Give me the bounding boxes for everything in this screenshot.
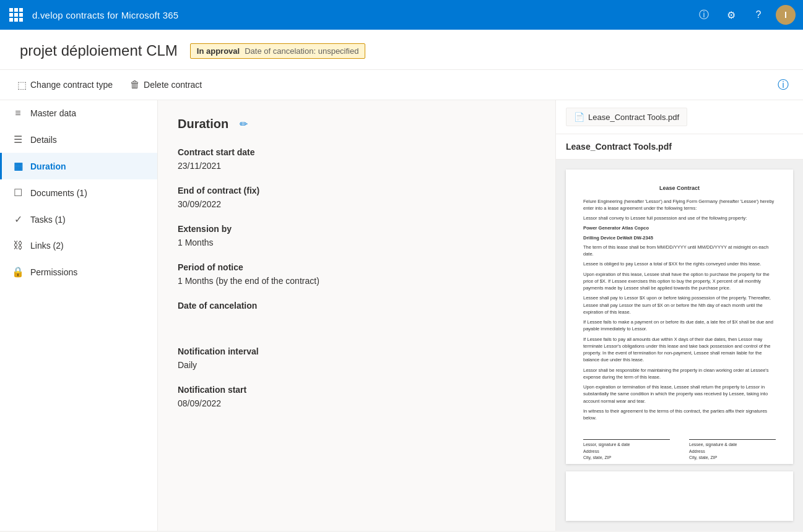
brand-primary: d.velop <box>32 10 63 20</box>
field-value: 1 Months (by the end of the contract) <box>178 276 536 286</box>
topbar: d.velop contracts for Microsoft 365 ⓘ ⚙ … <box>0 0 803 30</box>
sidebar: ≡ Master data ☰ Details ▦ Duration ☐ Doc… <box>0 100 158 531</box>
page-title: projet déploiement CLM <box>20 42 178 59</box>
field-extension-by: Extension by 1 Months <box>178 224 536 247</box>
question-icon[interactable]: ? <box>749 5 768 25</box>
change-type-icon: ⬚ <box>17 79 27 91</box>
sig-left: Lessor, signature & date Address City, s… <box>583 431 670 461</box>
documents-icon: ☐ <box>12 187 24 199</box>
field-date-of-cancelation: Date of cancelation <box>178 301 536 332</box>
section-header: Duration ✏ <box>178 115 536 132</box>
field-value: 1 Months <box>178 238 536 247</box>
brand-secondary: contracts for Microsoft 365 <box>63 10 179 20</box>
help-info-icon[interactable]: ⓘ <box>694 5 714 25</box>
pdf-line-10: Lessor shall be responsible for maintain… <box>583 367 776 381</box>
field-end-of-contract: End of contract (fix) 30/09/2022 <box>178 186 536 209</box>
pdf-line-8: If Lessee fails to make a payment on or … <box>583 319 776 333</box>
sig-right-label: Lessee, signature & date <box>689 442 776 448</box>
sig-right-city: City, state, ZIP <box>689 455 776 461</box>
settings-icon[interactable]: ⚙ <box>721 5 741 25</box>
field-period-of-notice: Period of notice 1 Months (by the end of… <box>178 262 536 286</box>
pdf-tab-bar: 📄 Lease_Contract Tools.pdf <box>556 100 803 134</box>
sidebar-item-label: Links (2) <box>30 241 64 251</box>
sidebar-item-label: Documents (1) <box>30 188 87 198</box>
waffle-icon <box>9 8 23 22</box>
pdf-line-4: The term of this lease shall be from MM/… <box>583 244 776 258</box>
field-label: Contract start date <box>178 147 536 157</box>
main-layout: ≡ Master data ☰ Details ▦ Duration ☐ Doc… <box>0 100 803 531</box>
pdf-line-11: Upon expiration or termination of this l… <box>583 384 776 405</box>
sig-right-address: Address <box>689 448 776 455</box>
pdf-line-5: Lessee is obliged to pay Lessor a total … <box>583 260 776 267</box>
field-label: Period of notice <box>178 262 536 272</box>
sidebar-item-tasks[interactable]: ✓ Tasks (1) <box>0 206 157 233</box>
field-label: Notification interval <box>178 346 536 356</box>
waffle-menu[interactable] <box>7 6 25 24</box>
app-brand: d.velop contracts for Microsoft 365 <box>32 10 178 20</box>
sidebar-item-details[interactable]: ☰ Details <box>0 126 157 153</box>
field-label: End of contract (fix) <box>178 186 536 195</box>
sidebar-item-permissions[interactable]: 🔒 Permissions <box>0 259 157 285</box>
status-date: Date of cancelation: unspecified <box>245 46 358 56</box>
field-value: 30/09/2022 <box>178 199 536 209</box>
user-avatar[interactable]: I <box>776 5 796 25</box>
duration-icon: ▦ <box>12 160 24 172</box>
field-value: 23/11/2021 <box>178 161 536 171</box>
status-badge: In approval Date of cancelation: unspeci… <box>190 43 366 59</box>
field-label: Date of cancelation <box>178 301 536 311</box>
field-notification-interval: Notification interval Daily <box>178 346 536 370</box>
sidebar-item-label: Master data <box>30 108 76 118</box>
edit-duration-button[interactable]: ✏ <box>235 115 252 132</box>
pdf-line-0: Felure Engineering (hereafter 'Lessor') … <box>583 198 776 212</box>
sidebar-item-label: Tasks (1) <box>30 215 66 225</box>
pdf-tab[interactable]: 📄 Lease_Contract Tools.pdf <box>566 108 687 126</box>
field-notification-start: Notification start 08/09/2022 <box>178 385 536 408</box>
sidebar-item-label: Permissions <box>30 267 77 277</box>
pdf-line-2: Power Generator Atlas Copco <box>583 225 776 231</box>
action-bar: ⬚ Change contract type 🗑 Delete contract… <box>0 70 803 100</box>
pdf-signatures: Lessor, signature & date Address City, s… <box>583 431 776 461</box>
info-button[interactable]: ⓘ <box>773 75 793 95</box>
pdf-line-6: Upon expiration of this lease, Lessee sh… <box>583 271 776 292</box>
change-contract-type-button[interactable]: ⬚ Change contract type <box>10 75 120 95</box>
pdf-panel: 📄 Lease_Contract Tools.pdf Lease_Contrac… <box>555 100 803 531</box>
details-icon: ☰ <box>12 134 24 145</box>
sig-left-label: Lessor, signature & date <box>583 442 670 448</box>
status-label: In approval <box>197 46 240 56</box>
content-area: Duration ✏ Contract start date 23/11/202… <box>158 100 555 531</box>
field-label: Notification start <box>178 385 536 395</box>
pdf-title-bar: Lease_Contract Tools.pdf <box>556 134 803 160</box>
sig-left-address: Address <box>583 448 670 455</box>
section-title: Duration <box>178 117 228 131</box>
sidebar-item-label: Duration <box>30 161 66 171</box>
pdf-doc-container[interactable]: Lease Contract Felure Engineering (herea… <box>556 160 803 531</box>
pdf-line-7: Lessee shall pay to Lessor $X upon or be… <box>583 294 776 315</box>
sidebar-item-label: Details <box>30 135 57 145</box>
sig-right: Lessee, signature & date Address City, s… <box>689 431 776 461</box>
pdf-tab-label: Lease_Contract Tools.pdf <box>588 113 679 122</box>
sidebar-item-links[interactable]: ⛓ Links (2) <box>0 233 157 259</box>
field-value: 08/09/2022 <box>178 398 536 408</box>
field-value: Daily <box>178 360 536 370</box>
tasks-icon: ✓ <box>12 213 24 225</box>
permissions-icon: 🔒 <box>12 266 24 278</box>
pdf-line-12: In witness to their agreement to the ter… <box>583 408 776 422</box>
field-value-empty <box>178 314 536 332</box>
pdf-page-1: Lease Contract Felure Engineering (herea… <box>566 169 793 464</box>
links-icon: ⛓ <box>12 240 24 251</box>
delete-contract-button[interactable]: 🗑 Delete contract <box>123 75 209 94</box>
delete-icon: 🗑 <box>130 79 140 90</box>
pdf-page-2 <box>566 471 793 521</box>
sidebar-item-master-data[interactable]: ≡ Master data <box>0 100 157 126</box>
master-data-icon: ≡ <box>12 108 24 119</box>
sig-left-city: City, state, ZIP <box>583 455 670 461</box>
sidebar-item-documents[interactable]: ☐ Documents (1) <box>0 179 157 206</box>
pdf-line-9: If Lessee fails to pay all amounts due w… <box>583 336 776 364</box>
sidebar-item-duration[interactable]: ▦ Duration <box>0 153 157 179</box>
field-label: Extension by <box>178 224 536 234</box>
pdf-icon: 📄 <box>574 112 584 122</box>
pdf-line-3: Drilling Device DeWalt DW-2345 <box>583 234 776 241</box>
pdf-doc-title: Lease Contract <box>583 184 776 193</box>
pdf-line-1: Lessor shall convey to Lessee full posse… <box>583 215 776 221</box>
page-header: projet déploiement CLM In approval Date … <box>0 30 803 70</box>
